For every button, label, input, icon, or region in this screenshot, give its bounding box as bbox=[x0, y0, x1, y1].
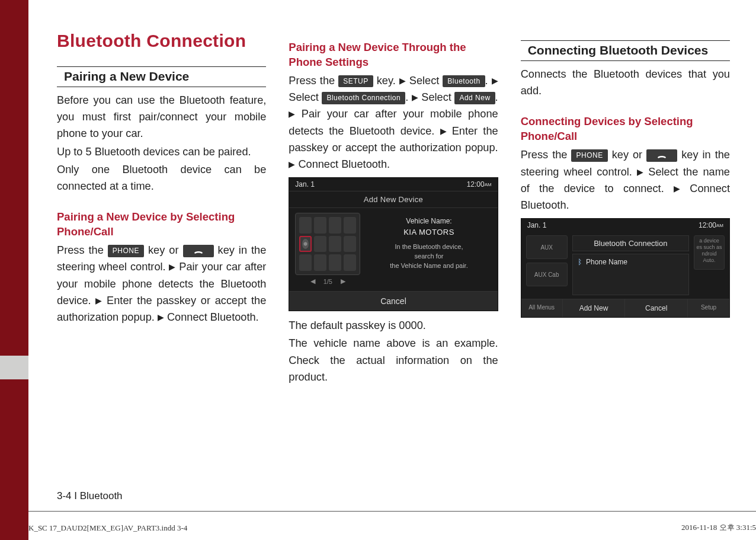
phone-key: PHONE bbox=[108, 245, 144, 257]
aux-cell: AUX bbox=[526, 235, 568, 259]
left-panel: AUX AUX Cab bbox=[526, 235, 568, 295]
footer-timestamp: 2016-11-18 오후 3:31:5 bbox=[681, 522, 756, 533]
para: Up to 5 Bluetooth devices can be paired. bbox=[57, 143, 266, 160]
arrow-icon: ▶ bbox=[412, 91, 418, 104]
phone-app-grid bbox=[295, 213, 360, 275]
shot-time: 12:00AM bbox=[467, 180, 492, 188]
call-icon-key bbox=[646, 149, 677, 161]
shot-time: 12:00AM bbox=[699, 221, 723, 229]
shot-info: Vehicle Name: KIA MOTORS In the Bluetoot… bbox=[366, 213, 491, 289]
hint: search for bbox=[366, 252, 491, 261]
txt: . bbox=[495, 91, 498, 103]
page-title: Bluetooth Connection bbox=[57, 31, 266, 51]
hint: In the Bluetooth device, bbox=[366, 242, 491, 252]
column-2: Pairing a New Device Through the Phone S… bbox=[289, 31, 498, 386]
right-panel: a device es such as ndroid Auto. bbox=[694, 235, 725, 295]
section-connecting: Connecting Bluetooth Devices bbox=[521, 40, 730, 61]
txt: Press the bbox=[521, 149, 572, 161]
bluetooth-connection-key: Bluetooth Connection bbox=[322, 92, 405, 104]
section-heading: Connecting Bluetooth Devices bbox=[528, 43, 709, 57]
page-number: 3-4 I Bluetooth bbox=[57, 490, 123, 502]
para: The vehicle name above is an example. Ch… bbox=[289, 335, 498, 385]
call-icon-key bbox=[183, 245, 214, 257]
txt: Press the bbox=[289, 75, 338, 87]
phone-key: PHONE bbox=[571, 149, 607, 161]
all-menus-button[interactable]: All Menus bbox=[521, 299, 563, 317]
arrow-icon: ▶ bbox=[492, 75, 498, 88]
para: The default passkey is 0000. bbox=[289, 317, 498, 334]
screenshot-bluetooth-connection: Jan. 1 12:00AM AUX AUX Cab Bluetooth Con… bbox=[521, 218, 730, 318]
column-3: Connecting Bluetooth Devices Connects th… bbox=[521, 31, 730, 386]
shot-title: Add New Device bbox=[289, 191, 497, 208]
arrow-icon: ▶ bbox=[637, 166, 643, 179]
txt: Select bbox=[406, 75, 443, 87]
bluetooth-icon: ᛒ bbox=[578, 258, 582, 266]
txt: Connect Bluetooth. bbox=[295, 158, 390, 170]
vehicle-name-label: Vehicle Name: bbox=[366, 216, 491, 226]
txt: Connect Bluetooth. bbox=[164, 311, 259, 323]
footer-divider bbox=[28, 511, 756, 512]
add-new-key: Add New bbox=[454, 92, 495, 104]
arrow-icon: ▶ bbox=[289, 158, 295, 171]
device-list: ᛒ Phone Name bbox=[572, 254, 689, 295]
shot-date: Jan. 1 bbox=[527, 221, 547, 229]
txt: . bbox=[485, 75, 492, 87]
page-content: Bluetooth Connection Pairing a New Devic… bbox=[28, 0, 756, 540]
chevron-right-icon: ▶ bbox=[341, 277, 345, 285]
cancel-button[interactable]: Cancel bbox=[289, 291, 497, 311]
txt: Select bbox=[418, 91, 455, 103]
txt: key or bbox=[144, 244, 183, 256]
bottom-bar: All Menus Add New Cancel Setup bbox=[521, 299, 729, 317]
add-new-button[interactable]: Add New bbox=[563, 299, 626, 317]
device-info: a device es such as ndroid Auto. bbox=[694, 235, 725, 270]
section-heading: Pairing a New Device bbox=[64, 69, 189, 83]
para: Before you can use the Bluetooth feature… bbox=[57, 92, 266, 142]
vehicle-name: KIA MOTORS bbox=[366, 227, 491, 238]
txt: Select bbox=[289, 91, 322, 103]
sub-heading: Connecting Devices by Selecting Phone/Ca… bbox=[521, 114, 730, 144]
footer-filename: K_SC 17_DAUD2[MEX_EG]AV_PART3.indd 3-4 bbox=[28, 523, 187, 533]
aux-cable-cell: AUX Cab bbox=[526, 263, 568, 286]
sidebar-tab bbox=[0, 356, 28, 379]
instruction-para: Press the PHONE key or key in the steeri… bbox=[521, 146, 730, 213]
sub-heading: Pairing a New Device by Selecting Phone/… bbox=[57, 210, 266, 239]
instruction-para: Press the SETUP key. ▶ Select Bluetooth.… bbox=[289, 72, 498, 172]
arrow-icon: ▶ bbox=[440, 125, 447, 138]
setup-button[interactable]: Setup bbox=[688, 299, 729, 317]
arrow-icon: ▶ bbox=[169, 261, 175, 274]
shot-date: Jan. 1 bbox=[295, 180, 315, 188]
txt: Press the bbox=[57, 244, 108, 256]
arrow-icon: ▶ bbox=[399, 75, 406, 88]
para: Connects the Bluetooth devices that you … bbox=[521, 66, 730, 99]
txt: key. bbox=[373, 75, 399, 87]
screenshot-add-new-device: Jan. 1 12:00AM Add New Device ◀ 1/5 bbox=[289, 177, 498, 311]
left-sidebar bbox=[0, 0, 28, 540]
device-item[interactable]: Phone Name bbox=[586, 258, 627, 266]
txt: key or bbox=[608, 149, 647, 161]
chevron-left-icon: ◀ bbox=[310, 277, 315, 285]
panel-title: Bluetooth Connection bbox=[572, 235, 689, 251]
arrow-icon: ▶ bbox=[674, 183, 680, 196]
para: Only one Bluetooth device can be connect… bbox=[57, 161, 266, 194]
setup-key: SETUP bbox=[338, 75, 373, 87]
sub-heading: Pairing a New Device Through the Phone S… bbox=[289, 40, 498, 70]
bluetooth-key: Bluetooth bbox=[443, 75, 485, 87]
arrow-icon: ▶ bbox=[95, 295, 102, 308]
txt: . bbox=[405, 91, 412, 103]
settings-app-icon bbox=[299, 236, 312, 253]
hint: the Vehicle Name and pair. bbox=[366, 261, 491, 271]
column-1: Bluetooth Connection Pairing a New Devic… bbox=[57, 31, 266, 386]
cancel-button[interactable]: Cancel bbox=[625, 299, 688, 317]
instruction-para: Press the PHONE key or key in the steeri… bbox=[57, 242, 266, 325]
arrow-icon: ▶ bbox=[289, 108, 295, 121]
arrow-icon: ▶ bbox=[158, 311, 164, 324]
pager: ◀ 1/5 ▶ bbox=[295, 275, 360, 289]
pager-text: 1/5 bbox=[323, 278, 332, 285]
section-pairing: Pairing a New Device bbox=[57, 66, 266, 87]
